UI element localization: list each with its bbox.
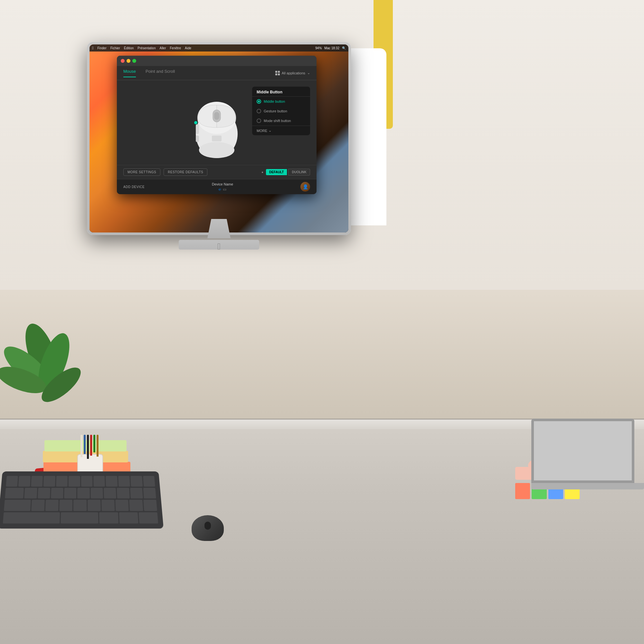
- window-close-button[interactable]: [121, 59, 125, 63]
- menubar-time: Mac 18:32: [324, 46, 339, 50]
- add-device-button[interactable]: ADD DEVICE: [123, 185, 145, 189]
- radio-middle-button[interactable]: [257, 99, 261, 104]
- dropdown-more-button[interactable]: MORE ⌄: [252, 126, 310, 135]
- radio-mode-shift[interactable]: [257, 118, 261, 123]
- apple-logo-chin: : [217, 241, 221, 252]
- imac-neck: [206, 219, 232, 238]
- device-name-area: Device Name ℮ ▭: [212, 182, 233, 192]
- key: [56, 476, 68, 487]
- svg-rect-5: [196, 124, 199, 134]
- option-label-mode-shift: Mode shift button: [264, 119, 291, 123]
- key: [143, 476, 155, 487]
- app-selector-label: All applications: [282, 71, 305, 75]
- radio-gesture[interactable]: [257, 109, 261, 113]
- menubar-edition[interactable]: Édition: [124, 46, 134, 50]
- more-settings-button[interactable]: MORE SETTINGS: [123, 168, 160, 176]
- laptop-base: [531, 483, 644, 489]
- grid-dot-4: [278, 73, 280, 75]
- key: [115, 500, 129, 511]
- key-row-3: [4, 500, 157, 511]
- key: [31, 500, 45, 511]
- desk-mouse: [187, 515, 229, 544]
- key: [59, 500, 72, 511]
- device-name-label: Device Name: [212, 182, 233, 186]
- more-label: MORE: [257, 129, 267, 133]
- svg-rect-7: [212, 136, 222, 141]
- dropdown-option-mode-shift[interactable]: Mode shift button: [252, 116, 310, 126]
- mouse-illustration: [191, 86, 242, 160]
- dropdown-option-gesture[interactable]: Gesture button: [252, 106, 310, 116]
- postit-1: [515, 483, 530, 499]
- window-maximize-button[interactable]: [132, 59, 136, 63]
- key: [104, 488, 116, 499]
- desk-mouse-scroll-wheel: [204, 522, 211, 530]
- bottom-bar: MORE SETTINGS RESTORE DEFAULTS ● DEFAULT…: [117, 165, 317, 179]
- app-tabs: Mouse Point and Scroll All applications: [117, 66, 317, 80]
- key: [88, 500, 101, 511]
- key: [24, 488, 37, 499]
- duolink-badge[interactable]: DUOLINK: [288, 169, 310, 175]
- app-window: Mouse Point and Scroll All applications: [117, 56, 317, 194]
- key: [18, 476, 31, 487]
- default-badge[interactable]: DEFAULT: [266, 169, 287, 175]
- svg-point-8: [199, 142, 234, 158]
- bottom-right: ● DEFAULT DUOLINK: [261, 169, 310, 175]
- device-bar: ADD DEVICE Device Name ℮ ▭ 👤: [117, 179, 317, 194]
- desk-mouse-body: [192, 515, 224, 541]
- tab-point-scroll[interactable]: Point and Scroll: [146, 69, 175, 77]
- key: [4, 500, 31, 511]
- menubar:  Finder Fichier Édition Présentation Al…: [90, 44, 348, 52]
- window-titlebar: [117, 56, 317, 66]
- apple-menu[interactable]: : [92, 46, 93, 50]
- svg-rect-6: [196, 136, 199, 142]
- key: [99, 512, 118, 523]
- key: [138, 512, 158, 523]
- restore-defaults-button[interactable]: RESTORE DEFAULTS: [164, 168, 207, 176]
- menubar-finder[interactable]: Finder: [97, 46, 106, 50]
- window-body: Mouse Point and Scroll All applications: [117, 66, 317, 194]
- key: [5, 488, 24, 499]
- app-selector[interactable]: All applications ⌄: [282, 71, 310, 75]
- menubar-search-icon[interactable]: 🔍: [342, 46, 346, 50]
- menubar-battery: 94%: [315, 46, 322, 50]
- key-row-1: [6, 476, 155, 487]
- app-content: Middle Button Middle button Gesture butt…: [117, 80, 317, 165]
- grid-dot-1: [275, 71, 277, 73]
- svg-rect-4: [214, 112, 219, 120]
- key: [69, 476, 80, 487]
- tab-mouse[interactable]: Mouse: [123, 69, 136, 77]
- menubar-aide[interactable]: Aide: [185, 46, 191, 50]
- dropdown-header: Middle Button: [252, 87, 310, 97]
- menubar-presentation[interactable]: Présentation: [137, 46, 156, 50]
- key: [31, 476, 43, 487]
- imac-bezel:  Finder Fichier Édition Présentation Al…: [87, 42, 351, 235]
- key: [117, 488, 130, 499]
- menubar-fichier[interactable]: Fichier: [110, 46, 120, 50]
- dropdown-option-middle-button[interactable]: Middle button: [252, 97, 310, 106]
- key: [64, 488, 76, 499]
- chevron-down-icon: ⌄: [307, 71, 310, 75]
- menubar-fenetre[interactable]: Fenêtre: [170, 46, 181, 50]
- option-label-gesture: Gesture button: [264, 109, 287, 113]
- keyboard-keys: [3, 476, 158, 524]
- chevron-down-icon: ⌄: [269, 128, 271, 133]
- key: [73, 500, 87, 511]
- profile-circle-icon: ●: [261, 170, 263, 174]
- grid-dot-3: [275, 73, 277, 75]
- key: [119, 512, 138, 523]
- device-icons: ℮ ▭: [219, 187, 226, 192]
- battery-icon: ▭: [223, 187, 226, 192]
- user-avatar[interactable]: 👤: [300, 182, 310, 192]
- window-minimize-button[interactable]: [127, 59, 130, 63]
- laptop-screen: [531, 419, 634, 483]
- spacebar: [3, 512, 60, 523]
- key: [51, 488, 63, 499]
- pen-items: [81, 435, 100, 460]
- key: [90, 488, 103, 499]
- key: [118, 476, 130, 487]
- key: [101, 500, 115, 511]
- key: [6, 476, 18, 487]
- key-row-2: [5, 488, 156, 499]
- menubar-aller[interactable]: Aller: [160, 46, 166, 50]
- profile-badge: ● DEFAULT DUOLINK: [261, 169, 310, 175]
